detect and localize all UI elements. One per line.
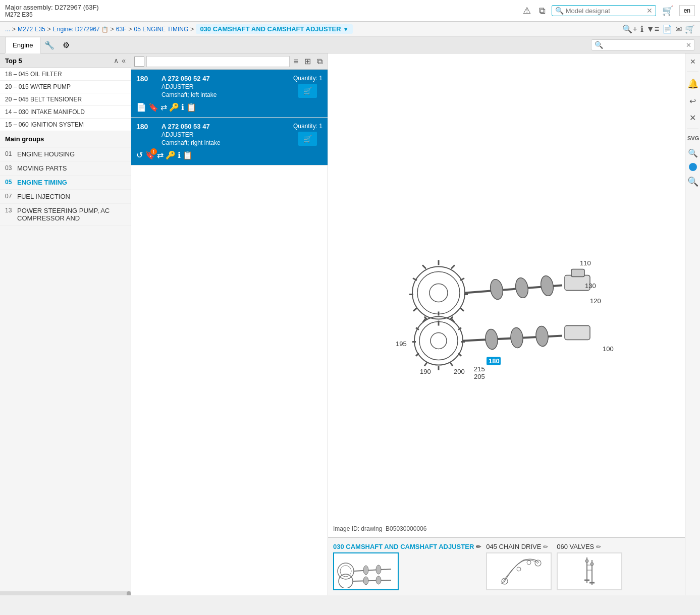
part-1-copy-icon[interactable]: 📋 [183, 150, 193, 160]
subgroup-045-label: 045 CHAIN DRIVE ✏ [486, 543, 552, 550]
part-1-key-icon[interactable]: 🔑 [166, 150, 176, 160]
part-0-pos: 180 [136, 75, 156, 83]
group-03-label: MOVING PARTS [17, 164, 67, 172]
subgroup-060[interactable]: 060 VALVES ✏ [557, 543, 622, 590]
tab-search-box: 🔍 ✕ [591, 39, 695, 50]
part-0-doc-icon[interactable]: 📄 [136, 102, 146, 112]
subgroup-030[interactable]: 030 CAMSHAFT AND CAMSHAFT ADJUSTER ✏ [333, 543, 481, 590]
part-0-key-icon[interactable]: 🔑 [169, 102, 179, 112]
subgroup-045-edit[interactable]: ✏ [543, 543, 548, 550]
breadcrumb-engine[interactable]: Engine: D272967 📋 [53, 26, 109, 33]
subgroup-030-thumb[interactable] [333, 552, 399, 590]
top5-item-1[interactable]: 20 – 015 WATER PUMP [0, 81, 131, 93]
part-0-copy-icon[interactable]: 📋 [186, 102, 196, 112]
copy-icon-button[interactable]: ⧉ [537, 4, 548, 18]
svg-point-20 [419, 322, 458, 360]
document-icon-button[interactable]: 📄 [662, 24, 672, 34]
filter-icon-button[interactable]: ▼≡ [647, 24, 659, 34]
parts-list-view-btn[interactable]: ≡ [292, 56, 300, 67]
save-svg-button[interactable]: SVG [685, 133, 700, 143]
top5-item-2[interactable]: 20 – 045 BELT TENSIONER [0, 93, 131, 106]
zoom-in-icon-button[interactable]: 🔍+ [622, 24, 637, 34]
subgroup-060-text: 060 VALVES [557, 543, 594, 550]
part-0-bookmark-icon[interactable]: 🔖 [148, 102, 158, 112]
svg-point-21 [430, 333, 447, 349]
parts-checkbox[interactable] [134, 57, 144, 67]
sidebar-scrollbar[interactable] [0, 591, 131, 595]
part-0-arrows-icon[interactable]: ⇄ [160, 102, 167, 112]
history-toolbar-button[interactable]: ↩ [685, 94, 700, 108]
part-row-0[interactable]: 180 A 272 050 52 47 ADJUSTER Camshaft; l… [131, 70, 328, 118]
subgroup-045[interactable]: 045 CHAIN DRIVE ✏ [486, 543, 552, 590]
email-icon-button[interactable]: ✉ [675, 24, 682, 34]
part-1-arrows-icon[interactable]: ⇄ [157, 150, 164, 160]
part-row-1[interactable]: 180 A 272 050 53 47 ADJUSTER Camshaft; r… [131, 118, 328, 165]
part-0-add-to-cart[interactable]: 🛒 [298, 84, 317, 98]
search-clear-icon[interactable]: ✕ [647, 7, 653, 15]
svg-point-46 [339, 574, 353, 588]
language-button[interactable]: en [679, 5, 695, 16]
breadcrumb-ellipsis[interactable]: ... [5, 26, 10, 33]
part-0-name: ADJUSTER [161, 83, 288, 90]
part-0-qty-label: Quantity: 1 [293, 75, 322, 82]
part-0-info-icon[interactable]: ℹ [181, 102, 184, 112]
svg-line-14 [422, 265, 426, 269]
part-row-0-header: 180 A 272 050 52 47 ADJUSTER Camshaft; l… [136, 75, 322, 98]
group-13-label: POWER STEERING PUMP, AC COMPRESSOR AND [17, 207, 126, 222]
label-120: 120 [590, 297, 601, 305]
breadcrumb-active-item[interactable]: 030 CAMSHAFT AND CAMSHAFT ADJUSTER ▼ [196, 24, 352, 34]
top5-item-4[interactable]: 15 – 060 IGNITION SYSTEM [0, 119, 131, 131]
label-195: 195 [396, 340, 407, 348]
subgroup-060-edit[interactable]: ✏ [596, 543, 601, 550]
breadcrumb-engine-timing[interactable]: 05 ENGINE TIMING [134, 26, 189, 33]
cart-icon-button-2[interactable]: 🛒 [685, 24, 695, 34]
info-icon-button[interactable]: ℹ [640, 24, 643, 34]
part-1-add-to-cart[interactable]: 🛒 [298, 132, 317, 146]
alert-icon-button[interactable]: ⚠ [521, 3, 533, 18]
group-05[interactable]: 05 ENGINE TIMING [0, 176, 131, 190]
tab-search-clear[interactable]: ✕ [686, 41, 691, 49]
label-110: 110 [580, 259, 591, 267]
part-1-info-icon[interactable]: ℹ [178, 150, 181, 160]
subgroup-060-thumb[interactable] [557, 552, 622, 590]
top5-collapse-up[interactable]: ∧ [114, 57, 119, 65]
tab-icon-1[interactable]: 🔧 [40, 37, 59, 53]
diagram-area: 110 130 120 215 205 195 100 190 200 180 … [328, 53, 685, 537]
model-search-input[interactable] [566, 7, 647, 15]
parts-expand-btn[interactable]: ⊞ [302, 55, 313, 67]
close-panel-button[interactable]: ✕ [685, 55, 700, 68]
zoom-in-toolbar-button[interactable]: 🔍 [685, 146, 700, 160]
zoom-out-toolbar-button[interactable]: 🔍 [685, 174, 700, 189]
group-03[interactable]: 03 MOVING PARTS [0, 161, 131, 176]
top5-item-3[interactable]: 14 – 030 INTAKE MANIFOLD [0, 106, 131, 119]
tab-icon-2[interactable]: ⚙ [59, 37, 74, 53]
subgroup-030-edit[interactable]: ✏ [476, 543, 481, 550]
label-130: 130 [585, 282, 596, 290]
part-1-bookmark-badge: 🔖 1 [145, 150, 155, 160]
sidebar: Top 5 ∧ « 18 – 045 OIL FILTER 20 – 015 W… [0, 53, 131, 595]
breadcrumb-dropdown-icon[interactable]: ▼ [343, 26, 349, 32]
alert-toolbar-button[interactable]: 🔔 [685, 76, 700, 91]
parts-search-input[interactable] [146, 56, 290, 67]
subgroup-060-label: 060 VALVES ✏ [557, 543, 622, 550]
part-1-badge: 1 [150, 148, 157, 155]
cart-icon-button[interactable]: 🛒 [660, 3, 675, 18]
top5-collapse-left[interactable]: « [122, 57, 126, 65]
close-toolbar-button[interactable]: ✕ [685, 111, 700, 125]
part-1-refresh-icon[interactable]: ↺ [136, 150, 143, 160]
group-01[interactable]: 01 ENGINE HOUSING [0, 147, 131, 161]
part-1-code: A 272 050 53 47 [161, 123, 288, 130]
group-07[interactable]: 07 FUEL INJECTION [0, 190, 131, 204]
tab-search-input[interactable] [605, 41, 686, 49]
breadcrumb-m272[interactable]: M272 E35 [18, 26, 45, 33]
part-0-actions: 📄 🔖 ⇄ 🔑 ℹ 📋 [136, 102, 322, 112]
parts-copy-btn[interactable]: ⧉ [315, 56, 325, 67]
subgroup-045-thumb[interactable] [486, 552, 552, 590]
top5-item-0[interactable]: 18 – 045 OIL FILTER [0, 68, 131, 81]
breadcrumb-63f[interactable]: 63F [116, 26, 127, 33]
group-07-num: 07 [5, 193, 17, 200]
label-190: 190 [420, 368, 431, 375]
svg-point-51 [535, 560, 541, 566]
group-13[interactable]: 13 POWER STEERING PUMP, AC COMPRESSOR AN… [0, 204, 131, 226]
tab-engine[interactable]: Engine [5, 37, 40, 53]
